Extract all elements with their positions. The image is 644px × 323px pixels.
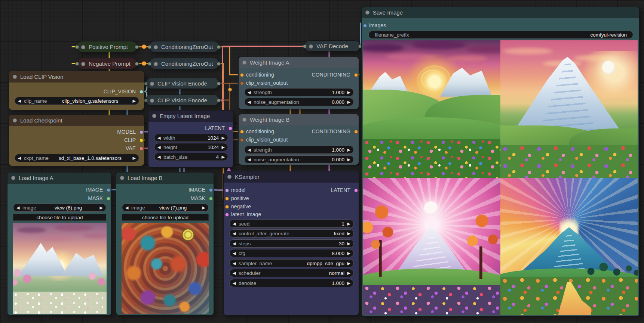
output-port-LATENT[interactable] [229, 127, 232, 130]
increment-arrow-icon[interactable]: ▶ [347, 88, 350, 96]
node-header-save-image[interactable]: Save Image [362, 7, 639, 18]
port-out-negative-prompt[interactable] [135, 62, 139, 66]
node-weight-image-b[interactable]: Weight Image Bconditioningclip_vision_ou… [238, 114, 359, 165]
node-header-weight-image-b[interactable]: Weight Image B [239, 114, 359, 125]
widget-noise_augmentation[interactable]: ◀▶noise_augmentation0.000 [244, 155, 354, 164]
image-preview-load-image-a[interactable] [13, 223, 107, 314]
widget-clip_name[interactable]: ◀▶clip_nameclip_vision_g.safetensors [15, 97, 139, 105]
output-port-MASK[interactable] [209, 197, 213, 201]
output-port-IMAGE[interactable] [107, 188, 110, 192]
input-port-positive[interactable] [225, 197, 229, 201]
node-save-image[interactable]: Save Imageimagesfilename_prefixcomfyui-r… [361, 7, 640, 317]
port-out-positive-prompt[interactable] [135, 45, 139, 49]
widget-cfg[interactable]: ◀▶cfg8.000 [229, 249, 354, 257]
decrement-arrow-icon[interactable]: ◀ [18, 97, 21, 105]
node-header-negative-prompt[interactable]: Negative Prompt [77, 58, 137, 69]
increment-arrow-icon[interactable]: ▶ [347, 156, 350, 163]
output-port-CLIP[interactable] [139, 139, 143, 142]
decrement-arrow-icon[interactable]: ◀ [157, 143, 160, 151]
collapse-toggle-icon[interactable] [120, 176, 124, 180]
widget-image[interactable]: ◀▶imageview (6).png [13, 204, 106, 212]
upload-button[interactable]: choose file to upload [122, 214, 209, 221]
widget-strength[interactable]: ◀▶strength1.000 [244, 146, 354, 154]
increment-arrow-icon[interactable]: ▶ [202, 204, 205, 211]
collapse-toggle-icon[interactable] [227, 175, 231, 179]
port-out-clip-vision-encode-1[interactable] [217, 82, 221, 86]
decrement-arrow-icon[interactable]: ◀ [157, 134, 160, 142]
increment-arrow-icon[interactable]: ▶ [222, 134, 225, 142]
widget-image[interactable]: ◀▶imageview (7).png [122, 204, 209, 212]
decrement-arrow-icon[interactable]: ◀ [233, 279, 236, 287]
widget-denoise[interactable]: ◀▶denoise1.000 [229, 279, 354, 287]
widget-width[interactable]: ◀▶width1024 [154, 134, 228, 142]
collapse-toggle-icon[interactable] [11, 176, 15, 180]
widget-steps[interactable]: ◀▶steps30 [229, 239, 354, 248]
port-in-conditioning-zero-out-2[interactable] [148, 62, 151, 66]
increment-arrow-icon[interactable]: ▶ [222, 153, 225, 161]
decrement-arrow-icon[interactable]: ◀ [248, 98, 251, 106]
decrement-arrow-icon[interactable]: ◀ [233, 220, 236, 227]
output-port-MASK[interactable] [107, 197, 110, 201]
increment-arrow-icon[interactable]: ▶ [100, 204, 103, 211]
port-in-positive-prompt[interactable] [75, 45, 79, 49]
port-in-clip-vision-encode-1[interactable] [144, 82, 148, 86]
port-in-conditioning-zero-out-1[interactable] [148, 45, 151, 49]
increment-arrow-icon[interactable]: ▶ [347, 98, 350, 106]
collapse-toggle-icon[interactable] [13, 75, 17, 79]
output-port-CONDITIONING[interactable] [354, 73, 358, 77]
output-image-3[interactable] [363, 178, 500, 315]
node-clip-vision-encode-2[interactable]: CLIP Vision Encode [146, 94, 219, 106]
collapse-toggle-icon[interactable] [152, 114, 156, 118]
upload-button[interactable]: choose file to upload [13, 214, 106, 221]
node-header-positive-prompt[interactable]: Positive Prompt [77, 41, 137, 52]
node-load-image-b[interactable]: Load Image BIMAGEMASK◀▶imageview (7).png… [116, 172, 214, 316]
node-header-empty-latent-image[interactable]: Empty Latent Image [148, 111, 233, 122]
decrement-arrow-icon[interactable]: ◀ [157, 153, 160, 161]
input-port-conditioning[interactable] [240, 73, 244, 77]
output-port-MODEL[interactable] [139, 130, 143, 134]
decrement-arrow-icon[interactable]: ◀ [233, 260, 236, 267]
collapse-toggle-icon[interactable] [150, 99, 154, 103]
widget-ckpt_name[interactable]: ◀▶ckpt_namesd_xl_base_1.0.safetensors [15, 154, 139, 162]
node-header-conditioning-zero-out-1[interactable]: ConditioningZeroOut [150, 41, 218, 52]
increment-arrow-icon[interactable]: ▶ [222, 143, 225, 151]
decrement-arrow-icon[interactable]: ◀ [233, 249, 236, 257]
output-port-CONDITIONING[interactable] [354, 130, 358, 134]
port-in-clip-vision-encode-2[interactable] [144, 99, 148, 102]
decrement-arrow-icon[interactable]: ◀ [233, 230, 236, 237]
widget-batch_size[interactable]: ◀▶batch_size4 [154, 153, 228, 161]
increment-arrow-icon[interactable]: ▶ [133, 154, 136, 162]
port-out-conditioning-zero-out-1[interactable] [217, 45, 221, 49]
node-header-load-image-b[interactable]: Load Image B [116, 173, 214, 184]
widget-scheduler[interactable]: ◀▶schedulernormal [229, 269, 354, 277]
node-header-clip-vision-encode-2[interactable]: CLIP Vision Encode [146, 95, 218, 105]
collapse-toggle-icon[interactable] [365, 10, 369, 15]
input-port-clip_vision_output[interactable] [240, 81, 244, 85]
increment-arrow-icon[interactable]: ▶ [347, 269, 350, 277]
collapse-toggle-icon[interactable] [13, 118, 17, 122]
decrement-arrow-icon[interactable]: ◀ [16, 204, 19, 211]
output-image-4[interactable] [500, 178, 638, 315]
collapse-toggle-icon[interactable] [309, 44, 313, 49]
widget-strength[interactable]: ◀▶strength1.000 [244, 88, 354, 96]
node-header-weight-image-a[interactable]: Weight Image A [239, 57, 359, 68]
widget-sampler_name[interactable]: ◀▶sampler_namedpmpp_sde_gpu [229, 259, 354, 267]
collapse-toggle-icon[interactable] [150, 82, 154, 86]
node-header-conditioning-zero-out-2[interactable]: ConditioningZeroOut [150, 58, 218, 69]
input-port-conditioning[interactable] [240, 130, 244, 134]
widget-seed[interactable]: ◀▶seed1 [229, 220, 354, 228]
node-conditioning-zero-out-2[interactable]: ConditioningZeroOut [150, 58, 219, 69]
node-header-vae-decode[interactable]: VAE Decode [305, 41, 360, 51]
node-header-ksampler[interactable]: KSampler [224, 171, 359, 183]
widget-control_after_generate[interactable]: ◀▶control_after_generatefixed [229, 229, 354, 237]
increment-arrow-icon[interactable]: ▶ [347, 240, 350, 247]
decrement-arrow-icon[interactable]: ◀ [18, 154, 21, 162]
increment-arrow-icon[interactable]: ▶ [347, 220, 350, 227]
port-out-conditioning-zero-out-2[interactable] [217, 62, 221, 66]
node-vae-decode[interactable]: VAE Decode [305, 40, 360, 52]
output-port-VAE[interactable] [139, 147, 143, 150]
port-out-clip-vision-encode-2[interactable] [217, 99, 221, 102]
node-load-checkpoint[interactable]: Load CheckpointMODELCLIPVAE◀▶ckpt_namesd… [9, 115, 144, 166]
collapse-toggle-icon[interactable] [81, 62, 85, 66]
output-image-1[interactable] [363, 40, 500, 178]
